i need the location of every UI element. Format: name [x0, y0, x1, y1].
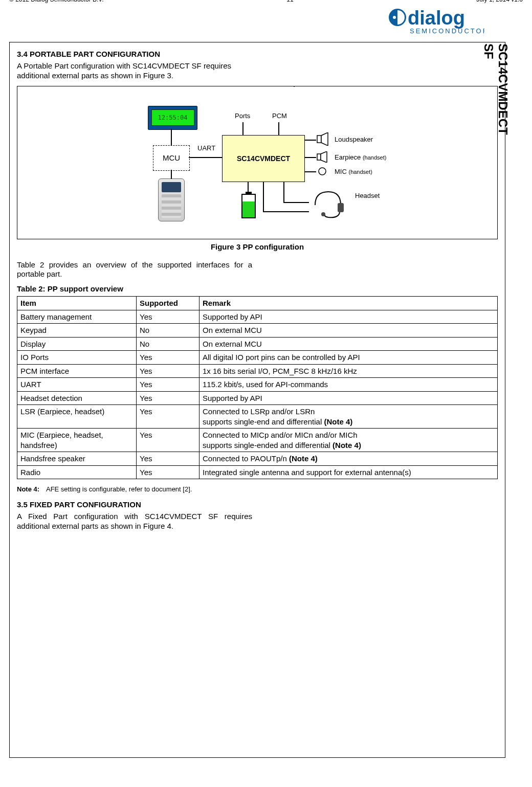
- table-cell: Yes: [137, 364, 199, 378]
- table-cell: Headset detection: [17, 391, 137, 405]
- svg-point-8: [319, 168, 326, 175]
- table-cell: MIC (Earpiece, headset, handsfree): [17, 429, 137, 452]
- table-cell: Yes: [137, 310, 199, 324]
- table-cell: On external MCU: [199, 324, 498, 338]
- table-cell: Yes: [137, 391, 199, 405]
- note-4-text: AFE setting is configurable, refer to do…: [46, 485, 192, 493]
- mic-label: MIC (handset): [335, 168, 372, 175]
- lcd-display-icon: 12:55:04: [148, 106, 197, 130]
- table-cell: No: [137, 337, 199, 351]
- svg-rect-6: [317, 154, 321, 160]
- table-cell: Yes: [137, 452, 199, 466]
- brand-main: dialog: [408, 7, 465, 29]
- table-row: UARTYes115.2 kbit/s, used for API-comman…: [17, 378, 498, 392]
- table-cell: Handsfree speaker: [17, 452, 137, 466]
- note-4-label: Note 4:: [17, 485, 39, 493]
- svg-point-1: [393, 16, 396, 19]
- table-cell: Radio: [17, 465, 137, 479]
- figure-3-box: 12:55:04 MCU SC14CVMDECT: [17, 86, 498, 239]
- table-cell: IO Ports: [17, 351, 137, 365]
- table-cell: UART: [17, 378, 137, 392]
- table-row: IO PortsYesAll digital IO port pins can …: [17, 351, 498, 365]
- figure-3-caption: Figure 3 PP configuration: [17, 242, 498, 251]
- table-2: Item Supported Remark Battery management…: [17, 296, 498, 479]
- table-cell: Connected to LSRp and/or LSRnsupports si…: [199, 405, 498, 429]
- table-cell: Supported by API: [199, 310, 498, 324]
- page-footer: © 2012 Dialog Semiconductor B.V. 11 July…: [9, 0, 523, 3]
- table-2-title: Table 2: PP support overview: [17, 284, 498, 293]
- footer-date-version: July 1, 2014 v1.6: [476, 0, 523, 3]
- earpiece-label: Earpiece (handset): [335, 153, 386, 161]
- table-cell: Yes: [137, 378, 199, 392]
- table-row: KeypadNoOn external MCU: [17, 324, 498, 338]
- loudspeaker-label: Loudspeaker: [335, 136, 373, 143]
- table-cell: Battery management: [17, 310, 137, 324]
- pcm-label: PCM: [272, 112, 287, 120]
- table-cell: Yes: [137, 351, 199, 365]
- th-remark: Remark: [199, 297, 498, 310]
- svg-rect-2: [338, 203, 344, 212]
- footer-copyright: © 2012 Dialog Semiconductor B.V.: [9, 0, 104, 3]
- table-cell: Yes: [137, 465, 199, 479]
- battery-icon: [241, 194, 256, 218]
- table-cell: Connected to PAOUTp/n (Note 4): [199, 452, 498, 466]
- table-row: PCM interfaceYes1x 16 bits serial I/O, P…: [17, 364, 498, 378]
- section-3-5-heading: 3.5 FIXED PART CONFIGURATION: [17, 500, 498, 509]
- svg-marker-5: [321, 132, 328, 146]
- svg-marker-7: [321, 151, 327, 163]
- table-cell: 1x 16 bits serial I/O, PCM_FSC 8 kHz/16 …: [199, 364, 498, 378]
- content-frame: 3.4 PORTABLE PART CONFIGURATION A Portab…: [9, 42, 505, 758]
- th-supported: Supported: [137, 297, 199, 310]
- earpiece-icon: [317, 151, 330, 164]
- chip-label: SC14CVMDECT: [237, 154, 290, 163]
- table-cell: Yes: [137, 429, 199, 452]
- table-cell: Yes: [137, 405, 199, 429]
- section-3-4-para: A Portable Part configuration with SC14C…: [17, 61, 252, 81]
- ports-label: Ports: [235, 112, 250, 120]
- table-row: DisplayNoOn external MCU: [17, 337, 498, 351]
- loudspeaker-icon: [317, 132, 331, 147]
- table-row: Handsfree speakerYesConnected to PAOUTp/…: [17, 452, 498, 466]
- table-cell: Connected to MICp and/or MICn and/or MIC…: [199, 429, 498, 452]
- sc14-chip-box: SC14CVMDECT: [222, 135, 305, 182]
- table-row: Headset detectionYesSupported by API: [17, 391, 498, 405]
- table-cell: 115.2 kbit/s, used for API-commands: [199, 378, 498, 392]
- table-cell: Keypad: [17, 324, 137, 338]
- para-after-figure: Table 2 provides an overview of the supp…: [17, 260, 252, 280]
- table-row: MIC (Earpiece, headset, handsfree)YesCon…: [17, 429, 498, 452]
- section-3-5-para: A Fixed Part configuration with SC14CVMD…: [17, 512, 252, 531]
- footer-page-number: 11: [286, 0, 293, 3]
- svg-rect-4: [317, 136, 321, 143]
- table-cell: On external MCU: [199, 337, 498, 351]
- phone-icon: [158, 178, 185, 221]
- table-cell: LSR (Earpiece, headset): [17, 405, 137, 429]
- table-cell: Display: [17, 337, 137, 351]
- mcu-label: MCU: [163, 153, 180, 162]
- section-3-4-heading: 3.4 PORTABLE PART CONFIGURATION: [17, 50, 498, 58]
- brand-sub: SEMICONDUCTOR: [410, 27, 484, 35]
- table-cell: Integrated single antenna and support fo…: [199, 465, 498, 479]
- table-cell: PCM interface: [17, 364, 137, 378]
- mic-icon: [317, 167, 328, 177]
- brand-logo: dialog SEMICONDUCTOR: [387, 5, 484, 37]
- uart-label: UART: [197, 144, 215, 152]
- headset-icon: [309, 188, 346, 219]
- headset-label: Headset: [355, 192, 380, 199]
- svg-point-3: [321, 212, 325, 216]
- note-4: Note 4: AFE setting is configurable, ref…: [17, 485, 498, 493]
- mcu-box: MCU: [153, 145, 190, 171]
- table-row: Battery managementYesSupported by API: [17, 310, 498, 324]
- th-item: Item: [17, 297, 137, 310]
- table-cell: No: [137, 324, 199, 338]
- table-cell: All digital IO port pins can be controll…: [199, 351, 498, 365]
- table-row: LSR (Earpiece, headset)YesConnected to L…: [17, 405, 498, 429]
- table-row: RadioYesIntegrated single antenna and su…: [17, 465, 498, 479]
- table-cell: Supported by API: [199, 391, 498, 405]
- lcd-time: 12:55:04: [151, 109, 194, 126]
